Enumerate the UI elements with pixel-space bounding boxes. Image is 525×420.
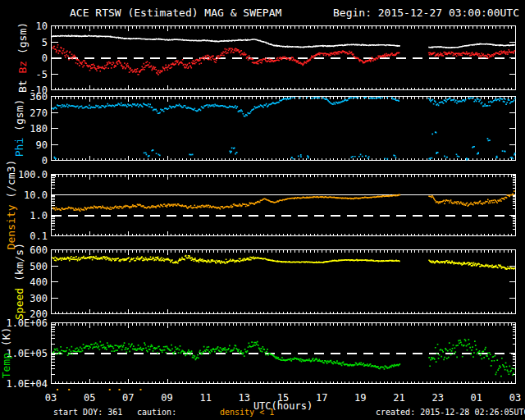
- y-tick-label: 5: [42, 37, 48, 48]
- y-tick-label: 10: [36, 21, 48, 32]
- x-tick-label: 03: [509, 392, 521, 404]
- panel-speed: 600500400300200Speed (km/s): [13, 243, 516, 320]
- y-axis-title-density: Density (/cm3): [5, 160, 17, 250]
- y-tick-label: 0: [42, 155, 48, 167]
- y-tick-label: 90: [36, 139, 48, 151]
- y-tick-label: 0: [42, 52, 48, 64]
- y-tick-label: 100.0: [18, 169, 48, 180]
- footer-created-timestamp: created: 2015-12-28 02:26:05UTC: [376, 408, 525, 417]
- ace-rtsw-plot: ACE RTSW (Estimated) MAG & SWEPAM Begin:…: [0, 0, 525, 420]
- y-axis-title-speed: Speed (km/s): [13, 243, 25, 320]
- chart-canvas: 1050-5-10Bt Bz (gsm)360270180900Phi (gsm…: [0, 0, 525, 420]
- series-Phi: [52, 97, 515, 116]
- series-Phi-wrap: [54, 131, 516, 160]
- caution-marker: [109, 389, 111, 390]
- y-tick-label: 360: [30, 91, 48, 103]
- y-tick-label: 0.1: [30, 231, 48, 242]
- x-tick-label: 05: [84, 392, 95, 404]
- x-tick-label: 19: [354, 392, 366, 404]
- panel-temp: 1.0E+061.0E+051.0E+04Temp (K): [0, 317, 516, 390]
- y-tick-label: 180: [30, 123, 48, 135]
- caution-marker: [139, 389, 141, 390]
- y-tick-label: 600: [30, 244, 48, 256]
- x-tick-label: 03: [45, 392, 57, 404]
- footer-start-doy: start DOY: 361: [53, 408, 122, 417]
- y-tick-label: 1.0E+05: [6, 348, 48, 359]
- panel-density: 100.010.01.00.1Density (/cm3): [5, 160, 516, 250]
- x-tick-label: 23: [431, 392, 443, 404]
- y-axis-title-temp: Temp (K): [0, 327, 12, 379]
- y-tick-label: 1.0: [30, 210, 48, 221]
- footer-caution-value: density < 1: [220, 408, 274, 417]
- panel-phi: 360270180900Phi (gsm): [13, 91, 516, 167]
- x-tick-label: 17: [316, 392, 327, 404]
- series-Density: [52, 190, 515, 212]
- y-tick-label: 400: [30, 276, 48, 288]
- x-tick-label: 01: [471, 392, 482, 404]
- series-Temp: [52, 339, 515, 377]
- series-Bt: [52, 35, 515, 49]
- x-tick-label: 09: [161, 392, 172, 404]
- y-axis-title-mag: Bt Bz (gsm): [16, 22, 29, 93]
- caution-marker: [68, 389, 70, 390]
- x-tick-label: 07: [122, 392, 134, 404]
- y-tick-label: 1.0E+06: [6, 317, 48, 329]
- y-tick-label: 270: [30, 107, 48, 119]
- footer-caution-label: caution:: [137, 408, 176, 417]
- y-tick-label: 10.0: [24, 189, 48, 201]
- y-tick-label: 500: [30, 261, 48, 272]
- series-Speed: [52, 255, 516, 270]
- series-Bz: [52, 44, 515, 75]
- y-tick-label: 1.0E+04: [6, 378, 48, 390]
- x-tick-label: 11: [199, 392, 211, 404]
- caution-marker: [119, 389, 121, 390]
- panel-mag: 1050-5-10Bt Bz (gsm): [16, 21, 516, 96]
- x-tick-label: 13: [239, 392, 250, 404]
- x-tick-label: 21: [393, 392, 404, 404]
- y-tick-label: 300: [30, 293, 48, 304]
- y-axis-title-phi: Phi (gsm): [13, 99, 25, 157]
- y-tick-label: -5: [36, 69, 48, 80]
- caution-marker: [57, 389, 58, 390]
